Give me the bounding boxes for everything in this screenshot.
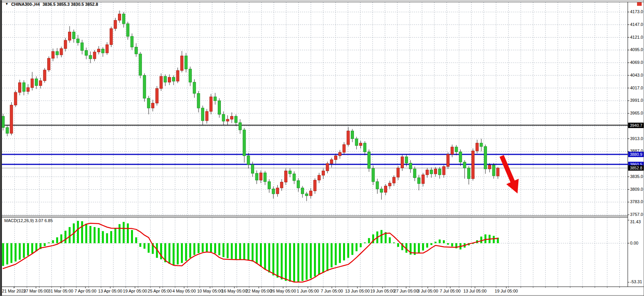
candle-down (372, 168, 374, 181)
macd-histogram-bar (19, 243, 21, 260)
macd-histogram-bar (198, 243, 200, 253)
macd-histogram-bar (447, 243, 449, 245)
macd-axis-label: -53.31 (630, 279, 642, 284)
macd-histogram-bar (493, 236, 495, 243)
candle-up (488, 165, 491, 169)
triangle-down-icon[interactable]: ▼ (5, 2, 9, 6)
candle-up (451, 147, 454, 154)
price-axis-label: 3783.0 (630, 199, 643, 204)
price-axis-label: 4095.0 (630, 47, 643, 52)
price-tag: 3880.9 (628, 152, 644, 157)
candle-up (285, 171, 287, 182)
candle-down (122, 14, 125, 24)
candle-down (468, 168, 470, 179)
candle-down (492, 165, 495, 176)
candle-up (260, 173, 262, 180)
candle-up (14, 92, 17, 105)
candle-down (126, 24, 129, 36)
candle-down (6, 128, 9, 133)
candle-down (235, 116, 237, 123)
macd-histogram-bar (322, 243, 324, 273)
macd-histogram-bar (77, 221, 79, 243)
candle-up (155, 89, 158, 103)
macd-histogram-bar (102, 231, 104, 243)
macd-histogram-bar (15, 243, 17, 262)
candle-down (189, 69, 191, 82)
date-axis-label: 13 Apr 05:00 (98, 289, 122, 293)
candle-up (393, 177, 395, 183)
macd-histogram-bar (306, 243, 307, 280)
macd-histogram-bar (285, 243, 287, 281)
candle-down (355, 139, 358, 146)
candle-down (56, 51, 58, 55)
macd-histogram-bar (272, 243, 274, 275)
macd-histogram-bar (485, 234, 487, 243)
candle-up (280, 182, 283, 188)
macd-histogram-bar (143, 243, 145, 249)
candle-down (72, 32, 75, 39)
date-axis-label: 13 Jun 05:00 (345, 289, 370, 293)
macd-histogram-bar (389, 237, 391, 243)
candle-up (347, 131, 350, 144)
price-axis-label: 4147.0 (630, 22, 643, 27)
candle-down (418, 178, 420, 183)
candle-up (401, 157, 404, 168)
candle-down (364, 143, 366, 152)
macd-histogram-bar (302, 243, 304, 281)
candle-down (293, 174, 296, 181)
macd-histogram-bar (222, 243, 224, 257)
date-axis-label: 13 Jul 05:00 (463, 289, 487, 293)
macd-histogram-bar (268, 243, 270, 273)
macd-histogram-bar (480, 236, 482, 243)
macd-histogram-bar (331, 243, 333, 267)
candle-down (197, 93, 200, 108)
candle-up (426, 170, 429, 175)
macd-histogram-bar (131, 230, 133, 243)
macd-histogram-bar (148, 243, 150, 253)
date-axis-label: 7 Jun 05:00 (321, 289, 343, 293)
candle-down (251, 164, 254, 173)
macd-histogram-bar (435, 242, 437, 243)
window-left-edge (0, 0, 2, 296)
candle-up (330, 160, 333, 164)
date-axis-label: 22 May 05:00 (246, 289, 272, 293)
macd-histogram-bar (94, 227, 96, 243)
candle-down (351, 131, 354, 139)
macd-histogram-bar (248, 243, 249, 260)
candle-down (172, 77, 175, 81)
candle-up (210, 97, 212, 111)
macd-histogram-bar (347, 243, 349, 258)
macd-histogram-bar (169, 243, 171, 264)
alert-badge-icon[interactable] (637, 2, 642, 6)
candle-down (405, 157, 408, 163)
macd-histogram-bar (185, 243, 187, 261)
macd-histogram-bar (173, 243, 174, 265)
candle-up (43, 70, 46, 81)
candle-down (255, 173, 258, 180)
candle-down (22, 83, 25, 92)
candle-up (447, 154, 449, 166)
candle-down (185, 56, 188, 69)
candle-down (102, 49, 104, 53)
macd-histogram-bar (2, 243, 4, 266)
macd-histogram-bar (219, 243, 220, 255)
macd-histogram-bar (69, 227, 71, 243)
macd-histogram-bar (127, 223, 129, 243)
macd-histogram-bar (264, 243, 266, 270)
chart-canvas[interactable] (0, 0, 644, 296)
candle-up (434, 169, 437, 174)
candle-up (52, 51, 55, 58)
macd-axis-label: 0.00 (630, 241, 638, 245)
macd-histogram-bar (443, 240, 445, 243)
chart-window: ▼ CHINA300-,H4 3836.5 3855.3 3830.5 3852… (0, 0, 644, 296)
macd-histogram-bar (239, 243, 241, 260)
macd-histogram-bar (123, 222, 125, 243)
date-axis-label: 27 Mar 05:00 (24, 289, 49, 293)
candle-down (289, 171, 291, 174)
date-axis-label: 19 Jun 05:00 (370, 289, 395, 293)
candle-down (484, 147, 487, 169)
candle-up (168, 77, 171, 82)
macd-histogram-bar (343, 243, 345, 260)
date-axis-label: 21 Mar 2023 (2, 289, 26, 293)
candle-up (343, 145, 345, 152)
